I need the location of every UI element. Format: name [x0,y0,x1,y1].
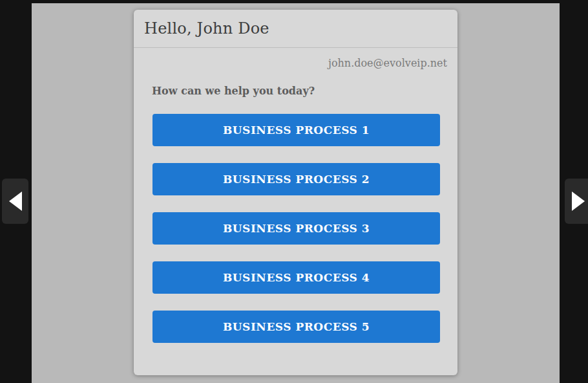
greeting-card: Hello, John Doe john.doe@evolveip.net Ho… [134,10,457,375]
right-arrow-icon [572,192,585,211]
business-process-button[interactable]: BUSINESS PROCESS 3 [152,212,440,245]
business-process-button[interactable]: BUSINESS PROCESS 4 [152,261,440,294]
carousel-prev-button[interactable] [2,179,28,224]
card-header: Hello, John Doe [134,10,457,48]
user-email: john.doe@evolveip.net [144,56,447,71]
card-body: john.doe@evolveip.net How can we help yo… [134,56,457,343]
business-process-list: BUSINESS PROCESS 1 BUSINESS PROCESS 2 BU… [152,98,440,343]
business-process-button[interactable]: BUSINESS PROCESS 2 [152,163,440,195]
business-process-button[interactable]: BUSINESS PROCESS 5 [152,311,440,343]
card-title: Hello, John Doe [144,19,269,38]
left-arrow-icon [9,192,22,211]
help-prompt: How can we help you today? [152,85,439,98]
carousel-next-button[interactable] [565,179,588,224]
business-process-button[interactable]: BUSINESS PROCESS 1 [152,114,440,146]
